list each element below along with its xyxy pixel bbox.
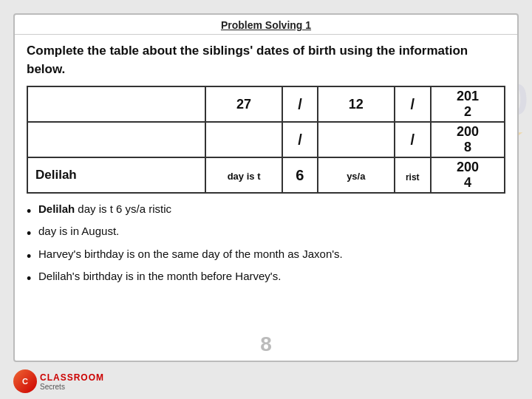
slash-5: rist [395, 157, 431, 193]
bullet-text-3: Harvey's birthday is on the same day of … [38, 246, 343, 262]
day-cell-1: 27 [205, 86, 282, 122]
dates-table: 27 / 12 / 2012 / / 2008 [27, 86, 505, 194]
bullet-list: • Delilah day is t 6 ys/a ristic • day i… [27, 201, 505, 288]
month-partial-text: ys/a [347, 171, 365, 182]
slash-1: / [282, 86, 318, 122]
logo-top-text: CLASSROOM [40, 372, 104, 383]
logo: C CLASSROOM Secrets [13, 369, 104, 393]
bullet-dot-3: • [27, 248, 34, 266]
slash-3: / [282, 122, 318, 157]
main-card: Problem Solving 1 Complete the table abo… [13, 13, 519, 362]
logo-icon-inner: C [22, 377, 28, 386]
list-item: • Delilah day is t 6 ys/a ristic [27, 201, 505, 221]
slash-2: / [395, 86, 431, 122]
year-cell-3: 2004 [431, 157, 505, 193]
list-item: • Harvey's birthday is on the same day o… [27, 246, 505, 266]
table-row: / / 2008 [27, 122, 505, 157]
logo-bar: C CLASSROOM Secrets [13, 364, 104, 399]
name-cell-2 [27, 122, 205, 157]
bullet-text-2: day is in August. [38, 223, 119, 239]
bullet-text-1: Delilah day is t 6 ys/a ristic [38, 201, 171, 216]
bullet-dot: • [27, 202, 34, 221]
year-cell-2: 2008 [431, 122, 505, 157]
bullet-text-4: Delilah's birthday is in the month befor… [38, 268, 281, 284]
logo-text: CLASSROOM Secrets [40, 372, 104, 391]
card-title: Problem Solving 1 [15, 15, 517, 35]
table-row: Delilah day is t 6 ys/a rist 2004 [27, 157, 505, 193]
delilah-name-bullet: Delilah [38, 202, 75, 215]
delilah-label: Delilah [35, 168, 77, 182]
month-cell-1: 12 [318, 86, 394, 122]
month-label-3: ys/a [318, 157, 394, 193]
day-partial-text: day is t [228, 171, 261, 182]
bullet-dot-4: • [27, 270, 34, 288]
name-cell-3: Delilah [27, 157, 205, 193]
month-cell-2 [318, 122, 394, 157]
year-cell-1: 2012 [431, 86, 505, 122]
day-cell-2 [205, 122, 282, 157]
christ-text: rist [406, 172, 420, 183]
list-item: • day is in August. [27, 223, 505, 243]
logo-bottom-text: Secrets [40, 383, 104, 391]
day-value-3: 6 [282, 157, 318, 193]
card-body: Complete the table about the siblings' d… [15, 35, 517, 296]
table-row: 27 / 12 / 2012 [27, 86, 505, 122]
bullet-dot-2: • [27, 225, 34, 243]
slash-4: / [395, 122, 431, 157]
page-number: 8 [260, 332, 272, 356]
day-cell-3: day is t [205, 157, 282, 193]
bullet-1-suffix: day is t 6 ys/a ristic [78, 202, 171, 215]
instruction-text: Complete the table about the siblings' d… [27, 42, 505, 78]
list-item: • Delilah's birthday is in the month bef… [27, 268, 505, 288]
logo-icon: C [13, 369, 37, 393]
name-cell-1 [27, 86, 205, 122]
